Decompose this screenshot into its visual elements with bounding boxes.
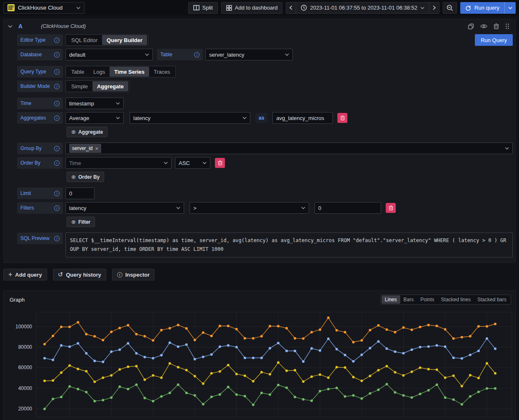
builder-mode-label: Builder Modei: [17, 80, 63, 92]
data-point: [118, 327, 121, 329]
graph-mode-points[interactable]: Points: [417, 295, 437, 304]
editor-type-sql-editor[interactable]: SQL Editor: [67, 35, 102, 45]
split-button[interactable]: Split: [188, 2, 218, 14]
graph-mode-stacked-bars[interactable]: Stacked bars: [474, 295, 510, 304]
builder-mode-simple[interactable]: Simple: [67, 81, 92, 91]
data-point: [352, 394, 354, 397]
data-point: [377, 324, 379, 327]
order-by-field-select[interactable]: Time: [65, 157, 172, 169]
data-point: [169, 341, 171, 344]
graph-mode-bars[interactable]: Bars: [400, 295, 417, 304]
query-row-header[interactable]: A (ClickHouse Cloud): [4, 19, 515, 33]
add-query-button[interactable]: + Add query: [3, 269, 47, 280]
info-icon[interactable]: i: [54, 101, 60, 106]
database-select[interactable]: default: [65, 49, 153, 60]
run-query-caret-button[interactable]: [504, 2, 516, 14]
filters-label: Filtersi: [17, 202, 63, 214]
run-query-button-editor[interactable]: Run Query: [475, 34, 513, 46]
data-point: [310, 331, 313, 333]
aggregate-function-select[interactable]: Average: [65, 112, 124, 124]
remove-chip-icon[interactable]: ×: [95, 145, 98, 152]
data-point: [461, 336, 463, 338]
info-icon[interactable]: i: [54, 52, 60, 58]
eye-icon: [480, 24, 487, 29]
remove-filter-button[interactable]: [386, 203, 396, 213]
duplicate-query-button[interactable]: [468, 23, 474, 30]
graph-mode-stacked-lines[interactable]: Stacked lines: [438, 295, 474, 304]
data-point: [102, 339, 104, 341]
info-icon[interactable]: i: [54, 38, 60, 43]
chevron-right-icon: [433, 5, 436, 10]
info-icon[interactable]: i: [54, 115, 60, 121]
query-type-table[interactable]: Table: [67, 67, 89, 77]
run-query-button[interactable]: Run query: [460, 2, 504, 14]
info-icon[interactable]: i: [54, 146, 60, 151]
info-icon[interactable]: i: [54, 205, 60, 211]
time-range-picker[interactable]: 2023-11-01 06:37:55 to 2023-11-01 06:38:…: [296, 2, 429, 14]
add-order-by-button[interactable]: ⊕ Order By: [67, 172, 104, 182]
group-by-select[interactable]: server_id ×: [65, 142, 513, 154]
drag-handle[interactable]: [505, 23, 509, 29]
disable-query-button[interactable]: [480, 24, 487, 29]
data-point: [394, 350, 397, 353]
collapse-chevron-icon[interactable]: [8, 25, 12, 28]
data-point: [335, 329, 338, 332]
data-point: [302, 380, 304, 383]
query-type-traces[interactable]: Traces: [149, 67, 175, 77]
data-point: [118, 348, 121, 351]
zoom-out-button[interactable]: [443, 2, 457, 14]
info-icon[interactable]: i: [54, 191, 60, 196]
editor-type-query-builder[interactable]: Query Builder: [102, 35, 147, 45]
builder-mode-aggregate[interactable]: Aggregate: [92, 81, 128, 91]
data-point: [369, 375, 371, 377]
datasource-picker[interactable]: ClickHouse Cloud: [3, 2, 85, 14]
remove-query-button[interactable]: [494, 23, 499, 29]
data-point: [169, 392, 171, 394]
data-point: [269, 373, 271, 375]
info-icon[interactable]: i: [194, 52, 200, 58]
info-icon[interactable]: i: [54, 160, 60, 166]
data-point: [252, 404, 255, 406]
graph-mode-lines[interactable]: Lines: [382, 295, 400, 304]
info-icon[interactable]: i: [54, 69, 60, 75]
data-point: [427, 368, 430, 370]
filter-column-select[interactable]: latency: [65, 202, 184, 214]
time-shift-forward-button[interactable]: [429, 2, 439, 14]
data-point: [227, 364, 230, 366]
filter-operator-select[interactable]: >: [190, 202, 309, 214]
aggregate-alias-input[interactable]: avg_latency_micros: [272, 112, 333, 124]
timeseries-chart[interactable]: 2000040000600008000010000006:38:0006:38:…: [4, 305, 515, 420]
inspector-button[interactable]: i Inspector: [112, 269, 155, 280]
data-point: [202, 355, 205, 358]
top-navbar: ClickHouse Cloud Split Add to dashboard …: [0, 0, 519, 15]
aggregate-column-select[interactable]: latency: [130, 112, 250, 124]
info-icon[interactable]: i: [54, 84, 60, 89]
data-point: [143, 335, 146, 338]
order-direction-select[interactable]: ASC: [175, 157, 210, 169]
data-point: [177, 383, 180, 386]
data-point: [461, 403, 463, 406]
data-point: [68, 385, 71, 388]
data-point: [52, 335, 54, 337]
add-to-dashboard-button[interactable]: Add to dashboard: [221, 2, 283, 14]
group-by-chip: server_id ×: [69, 144, 101, 153]
data-point: [43, 380, 46, 382]
chevron-down-icon: [76, 7, 80, 9]
table-select[interactable]: server_latency: [205, 49, 293, 60]
time-shift-back-button[interactable]: [286, 2, 296, 14]
info-icon[interactable]: i: [54, 236, 60, 241]
remove-order-by-button[interactable]: [215, 158, 225, 168]
add-aggregate-button[interactable]: ⊕ Aggregate: [67, 127, 107, 137]
query-type-time-series[interactable]: Time Series: [110, 67, 149, 77]
limit-input[interactable]: 0: [65, 188, 95, 199]
add-filter-button[interactable]: ⊕ Filter: [67, 217, 95, 227]
data-point: [177, 366, 180, 368]
filter-value-input[interactable]: 0: [314, 202, 381, 214]
data-point: [444, 328, 447, 331]
time-column-select[interactable]: timestamp: [65, 98, 124, 109]
query-history-button[interactable]: ↺ Query history: [53, 269, 106, 280]
query-type-logs[interactable]: Logs: [89, 67, 110, 77]
y-tick-label: 60000: [18, 365, 32, 370]
graph-title: Graph: [10, 297, 25, 303]
remove-aggregate-button[interactable]: [337, 113, 347, 123]
